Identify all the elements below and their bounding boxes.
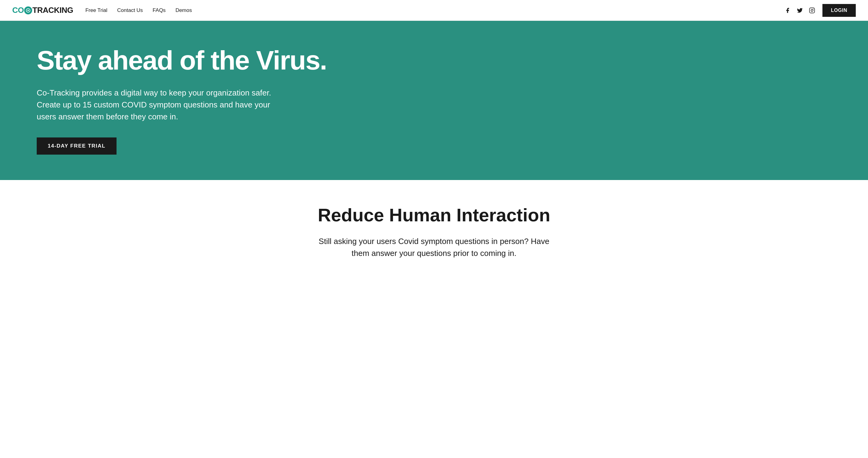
nav-link-faqs[interactable]: FAQs xyxy=(153,7,166,13)
nav-item-contact-us[interactable]: Contact Us xyxy=(117,7,143,13)
nav-link-demos[interactable]: Demos xyxy=(176,7,192,13)
nav-item-demos[interactable]: Demos xyxy=(176,7,192,13)
hero-description: Co-Tracking provides a digital way to ke… xyxy=(37,87,275,123)
logo[interactable]: CO TRACKING xyxy=(12,5,73,15)
hero-section: Stay ahead of the Virus. Co-Tracking pro… xyxy=(0,21,868,180)
navbar: CO TRACKING Free Trial Contact Us FAQs xyxy=(0,0,868,21)
social-icons xyxy=(784,7,815,13)
reduce-title: Reduce Human Interaction xyxy=(12,204,856,226)
navbar-left: CO TRACKING Free Trial Contact Us FAQs xyxy=(12,5,192,15)
login-button[interactable]: LOGIN xyxy=(823,4,856,17)
logo-badge-icon xyxy=(24,6,32,15)
hero-title: Stay ahead of the Virus. xyxy=(37,46,373,75)
svg-point-1 xyxy=(28,9,29,11)
nav-link-contact-us[interactable]: Contact Us xyxy=(117,7,143,13)
nav-link-free-trial[interactable]: Free Trial xyxy=(85,7,107,13)
nav-links: Free Trial Contact Us FAQs Demos xyxy=(85,7,192,13)
instagram-icon[interactable] xyxy=(809,7,815,13)
nav-item-faqs[interactable]: FAQs xyxy=(153,7,166,13)
logo-tracking-text: TRACKING xyxy=(32,5,73,15)
reduce-section: Reduce Human Interaction Still asking yo… xyxy=(0,180,868,271)
navbar-right: LOGIN xyxy=(784,4,856,17)
logo-wordmark: CO TRACKING xyxy=(12,5,73,15)
svg-rect-2 xyxy=(809,8,814,13)
nav-item-free-trial[interactable]: Free Trial xyxy=(85,7,107,13)
reduce-description: Still asking your users Covid symptom qu… xyxy=(312,235,556,259)
facebook-icon[interactable] xyxy=(784,7,790,13)
twitter-icon[interactable] xyxy=(797,7,803,13)
logo-co-text: CO xyxy=(12,5,24,15)
hero-cta-button[interactable]: 14-DAY FREE TRIAL xyxy=(37,138,117,154)
